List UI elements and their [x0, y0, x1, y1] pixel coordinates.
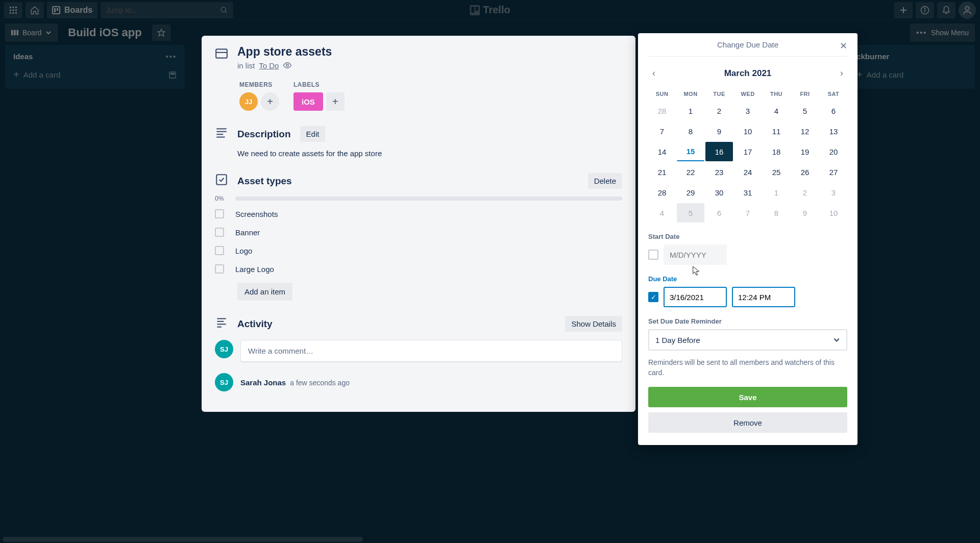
start-date-checkbox[interactable]	[648, 250, 658, 260]
svg-rect-29	[216, 49, 227, 58]
calendar-day[interactable]: 1	[763, 183, 790, 202]
calendar-day[interactable]: 15	[677, 142, 704, 161]
calendar-day[interactable]: 4	[763, 101, 790, 120]
members-label: MEMBERS	[239, 81, 279, 88]
calendar-day[interactable]: 12	[791, 121, 819, 141]
calendar-day[interactable]: 5	[791, 101, 819, 120]
checkbox[interactable]	[215, 209, 224, 218]
member-avatar[interactable]: JJ	[239, 92, 258, 111]
description-heading: Description	[237, 129, 291, 140]
calendar-day[interactable]: 28	[648, 183, 676, 202]
calendar-day[interactable]: 26	[791, 162, 819, 182]
calendar-day[interactable]: 18	[763, 142, 790, 161]
calendar-day[interactable]: 8	[763, 203, 790, 223]
checklist-item-text: Large Logo	[235, 265, 274, 274]
comment-input[interactable]: Write a comment…	[240, 340, 622, 362]
add-checklist-item-button[interactable]: Add an item	[237, 283, 292, 301]
card-title[interactable]: App store assets	[237, 45, 332, 59]
checklist-item[interactable]: Large Logo	[215, 264, 622, 274]
calendar-day[interactable]: 7	[648, 121, 676, 141]
calendar-day[interactable]: 31	[734, 183, 762, 202]
checklist-item[interactable]: Screenshots	[215, 209, 622, 218]
due-date-checkbox[interactable]: ✓	[648, 292, 658, 302]
prev-month-button[interactable]: ‹	[648, 66, 659, 81]
card-modal: App store assets in list To Do MEMBERS J…	[202, 36, 635, 412]
svg-point-31	[286, 64, 289, 67]
calendar-day[interactable]: 1	[677, 101, 704, 120]
checkbox[interactable]	[215, 264, 224, 274]
calendar-day[interactable]: 2	[791, 183, 819, 202]
calendar-day[interactable]: 24	[734, 162, 762, 182]
watch-icon[interactable]	[283, 61, 292, 70]
calendar-dow: SAT	[820, 88, 847, 100]
show-details-button[interactable]: Show Details	[565, 316, 622, 332]
calendar-day[interactable]: 30	[705, 183, 733, 202]
labels-label: LABELS	[293, 81, 345, 88]
calendar-day[interactable]: 3	[820, 183, 847, 202]
calendar-day[interactable]: 19	[791, 142, 819, 161]
close-icon[interactable]: ✕	[840, 40, 847, 52]
progress-percent: 0%	[215, 195, 230, 202]
label-pill[interactable]: iOS	[293, 92, 323, 111]
start-date-label: Start Date	[648, 233, 847, 240]
save-button[interactable]: Save	[648, 387, 847, 407]
card-icon	[215, 47, 228, 60]
date-popover: Change Due Date ✕ ‹ March 2021 › SUNMONT…	[638, 33, 857, 445]
description-text[interactable]: We need to create assets for the app sto…	[237, 149, 622, 158]
calendar-day[interactable]: 2	[705, 101, 733, 120]
calendar-day[interactable]: 11	[763, 121, 790, 141]
calendar-dow: SUN	[648, 88, 676, 100]
add-label-button[interactable]: +	[326, 92, 345, 111]
svg-rect-36	[216, 175, 227, 185]
activity-entry: Sarah Jonasa few seconds ago	[240, 378, 350, 387]
card-list-location: in list To Do	[237, 61, 332, 70]
calendar-day[interactable]: 22	[677, 162, 704, 182]
calendar-day[interactable]: 25	[763, 162, 790, 182]
calendar-day[interactable]: 20	[820, 142, 847, 161]
calendar-day[interactable]: 8	[677, 121, 704, 141]
calendar-day[interactable]: 29	[677, 183, 704, 202]
remove-button[interactable]: Remove	[648, 412, 847, 433]
due-date-label: Due Date	[648, 275, 847, 283]
calendar-day[interactable]: 13	[820, 121, 847, 141]
start-date-input[interactable]	[664, 244, 727, 265]
due-date-input[interactable]	[664, 287, 727, 307]
calendar-day[interactable]: 9	[705, 121, 733, 141]
checklist-item[interactable]: Logo	[215, 246, 622, 255]
calendar-day[interactable]: 14	[648, 142, 676, 161]
checkbox[interactable]	[215, 246, 224, 255]
calendar-day[interactable]: 21	[648, 162, 676, 182]
calendar-day[interactable]: 27	[820, 162, 847, 182]
delete-checklist-button[interactable]: Delete	[588, 173, 622, 189]
checklist-item-text: Banner	[235, 228, 260, 237]
calendar-day[interactable]: 4	[648, 203, 676, 223]
calendar-day[interactable]: 5	[677, 203, 704, 223]
due-time-input[interactable]	[732, 287, 795, 307]
next-month-button[interactable]: ›	[836, 66, 847, 81]
add-member-button[interactable]: +	[261, 92, 279, 111]
calendar-day[interactable]: 10	[820, 203, 847, 223]
calendar-day[interactable]: 23	[705, 162, 733, 182]
edit-description-button[interactable]: Edit	[300, 126, 326, 142]
calendar-dow: WED	[734, 88, 762, 100]
calendar-day[interactable]: 10	[734, 121, 762, 141]
list-link[interactable]: To Do	[259, 61, 279, 70]
calendar-day[interactable]: 3	[734, 101, 762, 120]
calendar-day[interactable]: 28	[648, 101, 676, 120]
calendar-day[interactable]: 16	[705, 142, 733, 161]
reminder-label: Set Due Date Reminder	[648, 317, 847, 325]
reminder-select[interactable]: 1 Day Before	[648, 329, 847, 351]
checklist-item-text: Logo	[235, 246, 252, 255]
calendar-day[interactable]: 17	[734, 142, 762, 161]
calendar-day[interactable]: 6	[705, 203, 733, 223]
checklist-item[interactable]: Banner	[215, 228, 622, 237]
calendar-day[interactable]: 9	[791, 203, 819, 223]
calendar-day[interactable]: 7	[734, 203, 762, 223]
calendar-dow: FRI	[791, 88, 819, 100]
reminder-helper-text: Reminders will be sent to all members an…	[648, 358, 847, 378]
calendar-day[interactable]: 6	[820, 101, 847, 120]
activity-avatar: SJ	[215, 373, 233, 391]
checklist-title[interactable]: Asset types	[237, 176, 292, 187]
checkbox[interactable]	[215, 228, 224, 237]
chevron-down-icon	[833, 336, 840, 343]
